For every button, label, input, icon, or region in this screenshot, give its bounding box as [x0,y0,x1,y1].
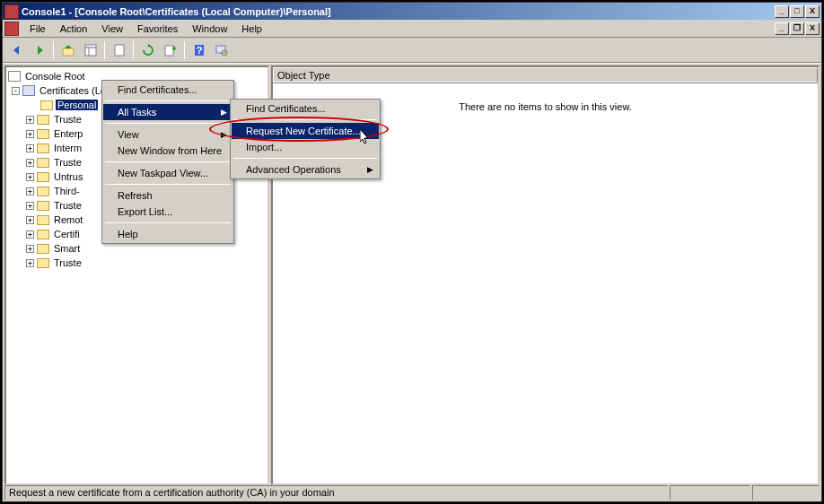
sm-import[interactable]: Import... [232,139,379,155]
tree-personal-label: Personal [56,100,98,110]
toolbar: ? [3,38,821,63]
content-area: Console Root - Certificates (Local Compu… [3,63,821,483]
help-button[interactable]: ? [188,40,209,60]
certificates-icon [22,85,35,96]
svg-rect-0 [63,48,74,56]
expand-icon[interactable]: + [26,216,34,224]
svg-text:?: ? [196,45,202,56]
svg-rect-8 [216,46,225,53]
menu-action[interactable]: Action [53,22,95,36]
mdi-restore-button[interactable]: ❐ [790,22,804,35]
svg-rect-1 [85,45,96,56]
status-cell-3 [752,485,820,500]
console-root-icon [8,71,21,82]
show-hide-button[interactable] [80,40,101,60]
close-button[interactable]: X [805,5,820,18]
menu-help[interactable]: Help [234,22,269,36]
folder-icon [37,201,49,211]
status-text: Request a new certificate from a certifi… [4,485,668,500]
sm-find-certificates[interactable]: Find Certificates... [232,100,379,117]
sm-request-new-certificate[interactable]: Request New Certificate... [232,123,379,139]
mmc-window: Console1 - [Console Root\Certificates (L… [2,2,822,502]
expand-icon[interactable]: + [26,259,34,267]
expand-icon[interactable]: + [26,202,34,210]
folder-icon [37,129,49,139]
folder-icon [37,143,49,153]
export-button[interactable] [160,40,180,60]
cm-refresh[interactable]: Refresh [103,187,232,204]
sm-advanced-operations[interactable]: Advanced Operations ▶ [232,161,379,178]
find-cert-button[interactable] [211,40,232,60]
folder-icon [37,115,49,125]
maximize-button[interactable]: □ [790,5,804,18]
expand-icon[interactable]: + [26,116,34,124]
submenu-arrow-icon: ▶ [367,165,373,174]
folder-icon [37,230,49,239]
folder-icon [37,258,49,268]
back-button[interactable] [6,40,27,60]
folder-icon [37,172,49,182]
refresh-button[interactable] [137,40,158,60]
context-submenu-all-tasks: Find Certificates... Request New Certifi… [230,99,381,179]
svg-rect-5 [165,46,173,56]
menu-window[interactable]: Window [185,22,234,36]
column-object-type[interactable]: Object Type [273,67,818,83]
cm-all-tasks[interactable]: All Tasks ▶ [103,104,232,120]
cm-find-certificates[interactable]: Find Certificates... [103,82,232,98]
menu-favorites[interactable]: Favorites [130,22,185,36]
cm-export-list[interactable]: Export List... [103,204,232,220]
list-header: Object Type [273,67,818,83]
folder-open-icon [40,100,53,110]
menubar: File Action View Favorites Window Help _… [3,20,821,38]
status-cell-2 [670,485,750,500]
up-button[interactable] [57,40,78,60]
collapse-icon[interactable]: - [12,87,20,95]
minimize-button[interactable]: _ [775,5,789,18]
expand-icon[interactable]: + [26,144,34,152]
folder-icon [37,187,49,196]
empty-list-text: There are no items to show in this view. [459,101,632,112]
cm-view[interactable]: View ▶ [103,126,232,143]
tree-item[interactable]: +Truste [8,256,266,270]
submenu-arrow-icon: ▶ [221,130,227,139]
properties-button[interactable] [109,40,129,60]
expand-icon[interactable]: + [26,187,34,196]
folder-icon [37,244,49,254]
expand-icon[interactable]: + [26,173,34,181]
expand-icon[interactable]: + [26,230,34,239]
titlebar[interactable]: Console1 - [Console Root\Certificates (L… [3,3,821,20]
submenu-arrow-icon: ▶ [221,108,227,117]
menu-file[interactable]: File [22,22,53,36]
window-title: Console1 - [Console Root\Certificates (L… [22,6,774,17]
folder-icon [37,158,49,168]
context-menu: Find Certificates... All Tasks ▶ View ▶ … [101,80,234,244]
expand-icon[interactable]: + [26,130,34,138]
svg-rect-4 [115,45,124,56]
cm-help[interactable]: Help [103,226,232,242]
expand-icon[interactable]: + [26,245,34,253]
expand-icon[interactable]: + [26,159,34,167]
cm-new-window[interactable]: New Window from Here [103,143,232,159]
menu-view[interactable]: View [94,22,130,36]
mdi-close-button[interactable]: X [805,22,820,35]
folder-icon [37,215,49,225]
statusbar: Request a new certificate from a certifi… [3,483,821,501]
mdi-icon [4,22,19,36]
forward-button[interactable] [29,40,49,60]
cm-new-taskpad[interactable]: New Taskpad View... [103,165,232,181]
mdi-minimize-button[interactable]: _ [775,22,789,35]
app-icon [4,4,19,19]
